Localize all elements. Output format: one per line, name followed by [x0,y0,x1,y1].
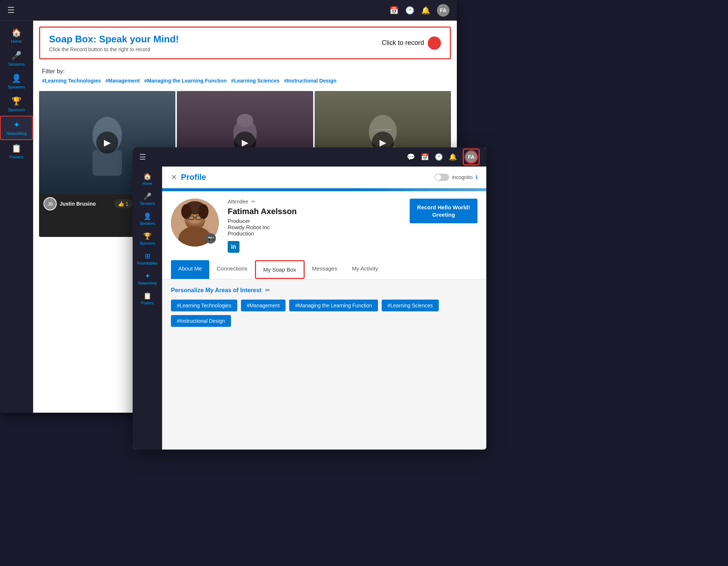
soapbox-subtitle: Click the Record button to the right to … [49,46,179,52]
filter-label: Filter by: [42,68,448,75]
profile-sidebar-networking[interactable]: ✦ Networking [133,269,162,288]
profile-clock-icon[interactable]: 🕐 [435,153,443,161]
sidebar-item-home[interactable]: 🏠 Home [0,24,33,47]
profile-sidebar-speakers[interactable]: 👤 Speakers [133,209,162,228]
interests-tags: #Learning Technologies #Management #Mana… [171,300,477,327]
clock-icon[interactable]: 🕐 [405,6,414,15]
profile-info-section: 📷 Attendee ✏ Fatimah Axelsson Producer R… [162,191,486,260]
soapbox-title: Soap Box: Speak your Mind! [49,34,179,45]
posters-icon: 📋 [11,144,21,153]
filter-tag-4[interactable]: #Instructional Design [284,78,336,84]
main-sidebar: 🏠 Home 🎤 Sessions 👤 Speakers 🏆 Sponsors … [0,21,33,413]
personalize-edit-icon[interactable]: ✏ [265,287,270,294]
profile-header: ✕ Profile incognito ℹ [162,167,486,188]
profile-speakers-icon: 👤 [143,212,151,220]
tab-my-activity[interactable]: My Activity [344,260,385,279]
sidebar-item-posters[interactable]: 📋 Posters [0,140,33,163]
tab-messages[interactable]: Messages [305,260,344,279]
linkedin-icon[interactable]: in [228,241,239,253]
record-dot-icon [428,36,441,50]
profile-sidebar-posters[interactable]: 📋 Posters [133,289,162,308]
filter-tag-1[interactable]: #Management [105,78,140,84]
sidebar-item-sessions[interactable]: 🎤 Sessions [0,47,33,70]
interest-tag-1[interactable]: #Management [241,300,286,311]
sidebar-item-networking[interactable]: ✦ Networking [0,116,33,140]
filter-tags: #Learning Technologies #Management #Mana… [42,78,448,84]
sponsors-icon: 🏆 [11,97,21,106]
interest-tag-0[interactable]: #Learning Technologies [171,300,237,311]
personalize-link[interactable]: Personalize My Areas of Interest [171,287,262,294]
profile-sidebar-home[interactable]: 🏠 Home [133,170,162,189]
interest-tag-2[interactable]: #Managing the Learning Function [289,300,378,311]
profile-sidebar-roundtables[interactable]: ⊞ Roundtables [133,249,162,268]
svg-point-15 [198,204,209,219]
personalize-header: Personalize My Areas of Interest ✏ [171,287,477,294]
sidebar-label-networking: Networking [6,131,27,136]
info-icon[interactable]: ℹ [476,174,477,180]
profile-home-icon: 🏠 [143,172,151,181]
sidebar-label-sponsors: Sponsors [8,108,25,112]
profile-sidebar: 🏠 Home 🎤 Sessions 👤 Speakers 🏆 Sponsors … [133,167,162,450]
tab-about-me[interactable]: About Me [171,260,209,279]
user-avatar[interactable]: FA [437,4,449,17]
filter-tag-0[interactable]: #Learning Technologies [42,78,101,84]
profile-calendar-icon[interactable]: 📅 [421,153,429,161]
profile-user-avatar: FA [465,150,478,164]
sidebar-item-sponsors[interactable]: 🏆 Sponsors [0,93,33,116]
profile-tabs: About Me Connections My Soap Box Message… [162,260,486,279]
blue-accent-bar [162,188,486,191]
svg-rect-1 [92,150,122,176]
badge-label: Attendee [228,199,248,205]
bell-icon[interactable]: 🔔 [421,6,430,15]
profile-close-button[interactable]: ✕ Profile [171,172,206,182]
sidebar-label-sessions: Sessions [8,62,25,66]
profile-sidebar-label-home: Home [143,182,153,186]
profile-window: ☰ 💬 📅 🕐 🔔 FA 🏠 Home 🎤 Sessions 👤 Speaker… [133,147,486,450]
profile-user-title: Producer [228,218,401,224]
profile-networking-icon: ✦ [145,272,150,280]
profile-sidebar-sponsors[interactable]: 🏆 Sponsors [133,229,162,248]
home-icon: 🏠 [11,28,21,38]
interest-tag-4[interactable]: #Instructional Design [171,315,231,327]
filter-tag-2[interactable]: #Managing the Learning Function [144,78,227,84]
camera-icon[interactable]: 📷 [206,233,216,244]
profile-title: Profile [181,172,206,182]
profile-sidebar-label-sponsors: Sponsors [140,241,155,245]
profile-sponsors-icon: 🏆 [143,232,151,240]
like-button-0[interactable]: 👍 1 [114,199,132,208]
tab-connections[interactable]: Connections [209,260,255,279]
speaker-name-0: Justin Brusino [60,201,96,207]
profile-bell-icon[interactable]: 🔔 [449,153,457,161]
profile-body: Personalize My Areas of Interest ✏ #Lear… [162,279,486,334]
incognito-switch[interactable] [434,174,449,181]
hamburger-menu-icon[interactable]: ☰ [7,6,15,15]
profile-sidebar-label-networking: Networking [138,281,157,285]
sidebar-label-speakers: Speakers [8,85,25,89]
record-greeting-button[interactable]: Record Hello World!Greeting [410,199,477,223]
calendar-icon[interactable]: 📅 [389,6,399,15]
interest-tag-3[interactable]: #Learning Sciences [382,300,439,311]
svg-point-4 [237,114,253,127]
profile-sidebar-label-roundtables: Roundtables [137,261,158,265]
profile-sidebar-label-sessions: Sessions [140,202,155,206]
profile-sidebar-sessions[interactable]: 🎤 Sessions [133,189,162,209]
profile-hamburger-icon[interactable]: ☰ [139,153,146,161]
record-button[interactable]: Click to record [382,36,441,50]
profile-sidebar-label-posters: Posters [141,301,154,305]
video-speaker-0: JB Justin Brusino [43,197,96,210]
tab-my-soap-box[interactable]: My Soap Box [255,260,305,279]
play-button-0[interactable]: ▶ [96,132,118,154]
profile-company: Rowdy Robot Inc [228,224,401,230]
sidebar-label-posters: Posters [10,155,23,159]
soapbox-header-banner: Soap Box: Speak your Mind! Click the Rec… [39,27,451,59]
filter-tag-3[interactable]: #Learning Sciences [231,78,280,84]
sidebar-item-speakers[interactable]: 👤 Speakers [0,70,33,93]
sidebar-label-home: Home [11,39,22,43]
profile-chat-icon[interactable]: 💬 [407,153,415,161]
profile-photo-container: 📷 [171,199,219,247]
edit-badge-icon[interactable]: ✏ [251,199,256,205]
svg-point-14 [181,204,192,219]
profile-avatar-highlighted[interactable]: FA [463,149,480,165]
profile-dept: Production [228,230,401,237]
networking-icon: ✦ [13,120,20,130]
